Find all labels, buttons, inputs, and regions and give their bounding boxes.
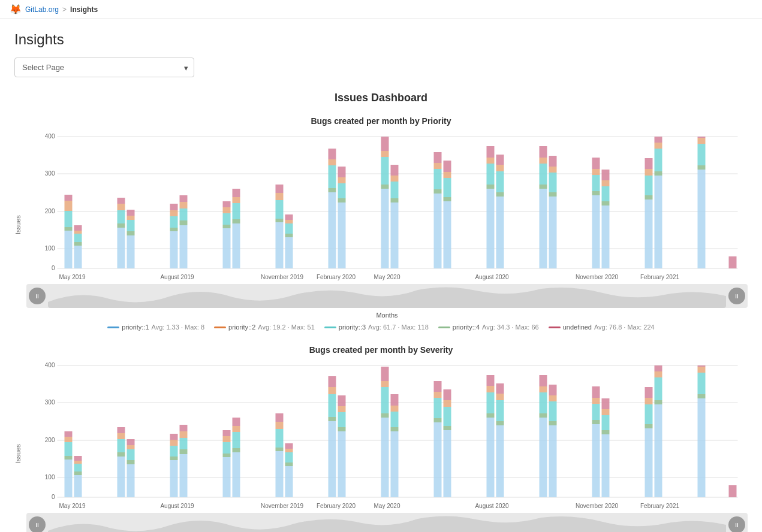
svg-text:100: 100: [45, 474, 55, 480]
svg-text:February 2020: February 2020: [317, 503, 356, 509]
svg-rect-130: [698, 170, 706, 268]
svg-rect-274: [698, 398, 706, 497]
svg-rect-79: [391, 165, 399, 176]
svg-rect-272: [655, 371, 662, 377]
svg-rect-254: [592, 424, 600, 497]
svg-text:August 2019: August 2019: [160, 503, 194, 509]
svg-rect-32: [170, 216, 178, 228]
select-page-dropdown[interactable]: Select Page: [14, 58, 194, 77]
legend-priority4: priority::4 Avg: 34.3 · Max: 66: [438, 324, 539, 331]
svg-rect-217: [381, 381, 389, 387]
svg-rect-238: [487, 375, 495, 386]
svg-rect-87: [444, 178, 451, 197]
svg-rect-256: [592, 404, 600, 420]
svg-rect-23: [118, 204, 125, 210]
legend-priority4-stats: Avg: 34.3 · Max: 66: [482, 324, 539, 331]
chart1-scrollbar[interactable]: ⏸ ⏸: [26, 284, 748, 308]
legend-priority1-color: [107, 327, 119, 328]
svg-rect-212: [338, 406, 346, 412]
svg-rect-218: [381, 367, 389, 381]
svg-rect-15: [74, 246, 82, 268]
svg-text:February 2020: February 2020: [317, 274, 356, 280]
svg-rect-82: [434, 169, 442, 189]
svg-text:100: 100: [45, 245, 55, 252]
svg-rect-248: [540, 375, 547, 386]
chart1-scroll-left[interactable]: ⏸: [29, 288, 46, 304]
svg-rect-204: [329, 421, 336, 497]
svg-rect-210: [338, 427, 346, 431]
svg-text:November 2019: November 2019: [261, 274, 304, 280]
svg-rect-107: [549, 173, 557, 192]
svg-rect-108: [549, 167, 557, 173]
svg-rect-223: [391, 394, 399, 406]
svg-rect-222: [391, 406, 399, 412]
svg-rect-20: [118, 228, 125, 268]
svg-rect-258: [592, 386, 600, 398]
svg-rect-65: [338, 202, 346, 268]
svg-rect-191: [233, 432, 240, 448]
svg-rect-275: [698, 394, 706, 398]
chart2-svg-container: 400 300 200 100 0: [26, 359, 748, 509]
svg-rect-192: [233, 426, 240, 432]
svg-rect-175: [170, 457, 178, 460]
svg-rect-244: [540, 418, 547, 497]
svg-rect-34: [170, 204, 178, 210]
chart1-scroll-right[interactable]: ⏸: [728, 288, 745, 304]
svg-rect-40: [223, 228, 231, 268]
svg-rect-127: [655, 149, 662, 171]
chart2-scrollbar[interactable]: ⏸ ⏸: [26, 513, 748, 532]
svg-rect-10: [65, 231, 73, 268]
svg-rect-56: [285, 234, 293, 237]
svg-rect-24: [118, 198, 125, 204]
svg-rect-233: [444, 389, 451, 400]
svg-rect-35: [180, 225, 188, 268]
svg-rect-49: [233, 189, 240, 197]
svg-rect-114: [592, 158, 600, 169]
chart2-scroll-track[interactable]: [48, 513, 726, 532]
legend-priority-undefined-label: undefined: [563, 324, 592, 331]
svg-rect-188: [223, 430, 231, 436]
svg-rect-183: [180, 425, 188, 431]
svg-rect-229: [444, 430, 451, 497]
svg-text:May 2019: May 2019: [59, 274, 86, 280]
svg-rect-66: [338, 198, 346, 202]
svg-rect-92: [487, 164, 495, 185]
svg-rect-22: [118, 210, 125, 223]
svg-rect-101: [540, 185, 547, 189]
svg-rect-155: [65, 456, 73, 460]
svg-rect-170: [127, 460, 135, 464]
svg-text:August 2020: August 2020: [475, 274, 509, 280]
svg-rect-86: [444, 197, 451, 201]
svg-rect-132: [698, 144, 706, 165]
svg-rect-19: [74, 225, 82, 231]
svg-rect-109: [549, 156, 557, 167]
svg-rect-201: [285, 452, 293, 463]
svg-rect-103: [540, 158, 547, 164]
svg-rect-30: [170, 231, 178, 268]
svg-rect-189: [233, 452, 240, 497]
legend-priority1: priority::1 Avg: 1.33 · Max: 8: [107, 324, 204, 331]
svg-rect-83: [434, 163, 442, 169]
svg-rect-173: [127, 439, 135, 445]
svg-rect-194: [276, 451, 284, 497]
chart2-scroll-left[interactable]: ⏸: [29, 516, 46, 532]
svg-rect-276: [698, 373, 706, 394]
svg-rect-53: [276, 193, 284, 200]
legend-priority3-label: priority::3: [339, 324, 366, 331]
svg-rect-70: [381, 189, 389, 268]
svg-rect-251: [549, 401, 557, 421]
svg-rect-227: [434, 392, 442, 398]
svg-rect-178: [170, 434, 178, 440]
svg-rect-168: [118, 427, 125, 433]
legend-priority-undefined: undefined Avg: 76.8 · Max: 224: [549, 324, 655, 331]
svg-text:August 2020: August 2020: [475, 503, 509, 509]
chart1-scroll-track[interactable]: [48, 284, 726, 308]
svg-text:400: 400: [45, 133, 55, 140]
svg-text:May 2020: May 2020: [374, 274, 400, 280]
svg-rect-27: [127, 220, 135, 231]
svg-rect-158: [65, 431, 73, 437]
nav-site[interactable]: GitLab.org: [25, 5, 59, 14]
svg-rect-213: [338, 395, 346, 406]
chart2-scroll-right[interactable]: ⏸: [728, 516, 745, 532]
svg-rect-126: [655, 171, 662, 176]
